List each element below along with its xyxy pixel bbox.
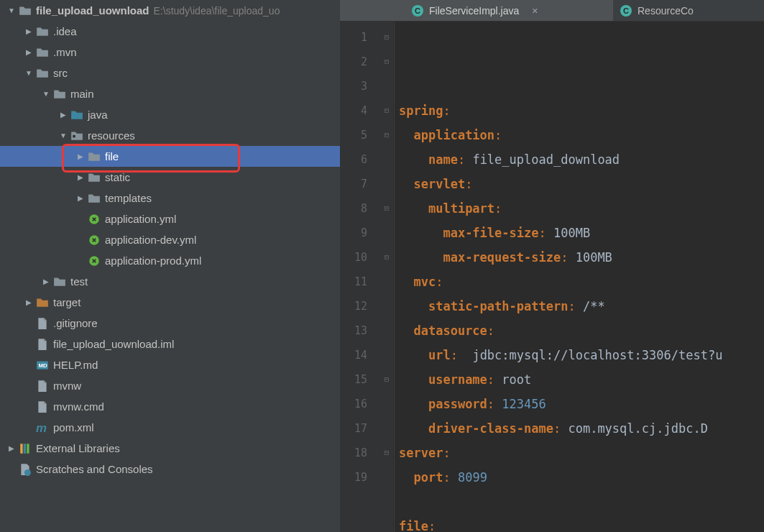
tree-item--mvn[interactable]: .mvn [0,42,340,63]
tree-item-application-yml[interactable]: application.yml [0,208,340,229]
code-token: port [413,470,443,485]
code-line[interactable]: driver-class-name: com.mysql.cj.jdbc.D [399,416,764,441]
expand-arrow-icon[interactable] [75,172,86,183]
code-token [399,226,443,240]
code-line[interactable] [399,490,764,514]
code-token: 100MB [553,226,590,240]
expand-arrow-icon[interactable] [75,151,86,162]
code-token: : [428,519,436,532]
tree-item-file_upload_uownload-iml[interactable]: file_upload_uownload.iml [0,334,340,354]
code-token: : [487,372,502,387]
code-token: : [436,275,443,289]
code-token: : [458,152,472,167]
tree-item-label: HELP.md [53,359,98,371]
expand-arrow-icon[interactable] [40,276,52,288]
fold-marker-icon[interactable]: ⊟ [380,123,393,147]
tree-item-file[interactable]: file [0,146,340,167]
code-token [399,250,443,265]
fold-marker-icon [380,74,393,98]
code-token: driver-class-name [428,421,553,436]
code-token [399,299,428,313]
expand-arrow-icon[interactable] [40,88,52,100]
tree-item-external-libraries[interactable]: External Libraries [0,438,340,459]
editor-tab[interactable]: CResourceCo [613,0,704,21]
tree-item-application-prod-yml[interactable]: application-prod.yml [0,250,340,271]
close-icon[interactable]: × [532,5,538,17]
tree-item-static[interactable]: static [0,167,340,188]
editor-tab[interactable]: CFileServiceImpl.java× [340,0,613,21]
line-number: 16 [340,392,367,416]
code-line[interactable]: max-file-size: 100MB [399,221,764,245]
tree-item-label: target [53,296,80,308]
expand-arrow-icon[interactable] [57,109,69,121]
tree-item--idea[interactable]: .idea [0,21,340,42]
code-line[interactable]: name: file_upload_download [399,147,764,172]
expand-arrow-icon[interactable] [6,5,17,17]
code-token: com.mysql.cj.jdbc.D [568,421,707,436]
tree-item-src[interactable]: src [0,63,340,83]
line-number: 12 [340,294,367,318]
tree-item-label: mvnw [53,380,81,392]
code-line[interactable]: file: [399,514,764,532]
code-area[interactable]: spring: application: name: file_upload_d… [393,22,764,532]
tree-item--gitignore[interactable]: .gitignore [0,313,340,334]
expand-arrow-icon[interactable] [23,68,34,79]
tree-item-label: static [105,171,130,183]
fold-marker-icon[interactable]: ⊟ [380,196,393,221]
fold-marker-icon[interactable]: ⊟ [380,50,393,74]
code-token: : [443,470,457,485]
yml-icon [88,213,101,226]
line-number: 15 [340,367,367,392]
code-line[interactable]: multipart: [399,196,764,221]
expand-arrow-icon[interactable] [23,47,34,58]
fold-marker-icon[interactable]: ⊟ [380,245,393,270]
file-icon [36,400,49,413]
tree-item-label: main [70,88,94,100]
code-line[interactable]: port: 8099 [399,465,764,490]
fold-marker-icon[interactable]: ⊟ [380,441,393,465]
code-line[interactable]: spring: [399,98,764,123]
fold-marker-icon[interactable]: ⊟ [380,367,393,392]
tree-item-pom-xml[interactable]: pom.xml [0,417,340,438]
tree-item-help-md[interactable]: HELP.md [0,354,340,375]
fold-gutter[interactable]: ⊟⊟⊟⊟⊟⊟⊟⊟ [380,22,393,532]
tree-item-scratches-and-consoles[interactable]: Scratches and Consoles [0,459,340,480]
folder-gray-icon [19,4,32,17]
code-line[interactable]: max-request-size: 100MB [399,245,764,270]
code-line[interactable]: username: root [399,367,764,392]
expand-arrow-icon[interactable] [23,26,34,37]
code-line[interactable]: application: [399,123,764,147]
code-line[interactable]: static-path-pattern: /** [399,294,764,318]
line-number: 8 [340,196,367,221]
tree-item-resources[interactable]: resources [0,125,340,146]
project-root-path: E:\study\idea\file_upload_uo [154,5,280,17]
tree-item-mvnw-cmd[interactable]: mvnw.cmd [0,396,340,417]
tree-item-application-dev-yml[interactable]: application-dev.yml [0,229,340,250]
tree-item-file_upload_uownload[interactable]: file_upload_uownloadE:\study\idea\file_u… [0,0,340,21]
tree-item-templates[interactable]: templates [0,188,340,208]
code-token: : [568,299,582,313]
expand-arrow-icon[interactable] [6,443,17,454]
tree-item-main[interactable]: main [0,83,340,104]
fold-marker-icon[interactable]: ⊟ [380,25,393,50]
code-line[interactable]: url: jdbc:mysql://localhost:3306/test?u [399,343,764,367]
code-token: : [487,397,502,411]
expand-arrow-icon[interactable] [23,297,34,308]
tree-item-test[interactable]: test [0,271,340,292]
code-line[interactable]: mvc: [399,270,764,294]
expand-arrow-icon[interactable] [57,130,69,142]
code-line[interactable]: datasource: [399,318,764,343]
expand-arrow-icon[interactable] [75,193,86,204]
tree-item-label: java [88,109,108,121]
tree-item-target[interactable]: target [0,292,340,313]
line-number: 1 [340,25,367,50]
tree-item-mvnw[interactable]: mvnw [0,375,340,396]
code-line[interactable]: server: [399,441,764,465]
code-line[interactable]: password: 123456 [399,392,764,416]
line-number: 14 [340,343,367,367]
code-line[interactable]: servlet: [399,172,764,196]
folder-blue-icon [70,109,83,121]
tree-item-java[interactable]: java [0,104,340,125]
editor-body[interactable]: 12345678910111213141516171819 ⊟⊟⊟⊟⊟⊟⊟⊟ s… [340,22,764,532]
fold-marker-icon[interactable]: ⊟ [380,98,393,123]
